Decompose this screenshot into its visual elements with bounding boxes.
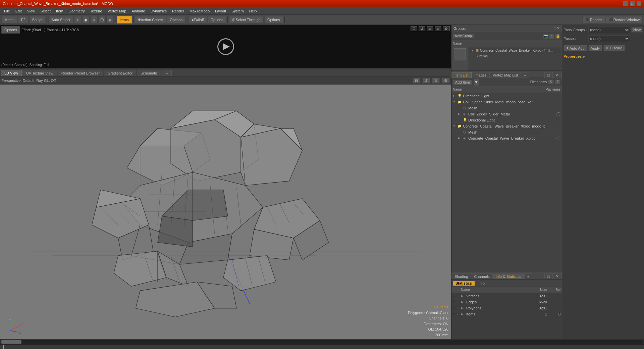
- group-item-main[interactable]: ▼ ⊞ Concrete_Coastal_Wave_Breaker_Xbloc …: [469, 48, 561, 53]
- list-item[interactable]: ▼ 📁 Coil_Zipper_Slider_Metal_modo_base.l…: [451, 99, 562, 105]
- maximize-button[interactable]: □: [630, 1, 635, 6]
- menu-maxtomodo[interactable]: MaxToModo: [187, 8, 212, 14]
- minimize-button[interactable]: ─: [623, 1, 628, 6]
- menu-item[interactable]: Item: [53, 8, 66, 14]
- mesh-type-btn-4[interactable]: ⬡: [98, 16, 106, 23]
- falloff-button[interactable]: ● Falloff: [189, 16, 207, 23]
- items-button[interactable]: Items: [117, 16, 132, 23]
- action-center-button[interactable]: ⊕ Action Center: [135, 16, 166, 23]
- group-camera-icon[interactable]: 📷: [543, 34, 548, 39]
- new-group-button[interactable]: New Group: [453, 34, 474, 39]
- group-lock-icon[interactable]: 🔒: [555, 34, 560, 39]
- preview-settings[interactable]: ⚙: [443, 26, 450, 31]
- groups-close-btn[interactable]: ✕: [557, 26, 560, 31]
- tab-stats-close[interactable]: ✕: [553, 273, 562, 279]
- 3d-viewport[interactable]: Perspective Default Ray GL: Off ⊡ ↺ ⊕ ⚙: [0, 77, 451, 339]
- tab-close-icon[interactable]: ✕: [553, 72, 562, 78]
- group-list-icon[interactable]: ≡: [549, 34, 554, 39]
- tab-render-preset-browser[interactable]: Render Preset Browser: [58, 70, 103, 76]
- render-button[interactable]: ⬛ Render: [582, 16, 605, 23]
- tab-add[interactable]: +: [162, 70, 171, 76]
- tab-channels[interactable]: Channels: [471, 273, 492, 279]
- h-scroll-thumb[interactable]: [1, 340, 21, 344]
- preview-zoom-out[interactable]: ⊖: [435, 26, 441, 31]
- tab-uv-texture-view[interactable]: UV Texture View: [22, 70, 57, 76]
- tab-add-stats[interactable]: +: [524, 273, 532, 279]
- sculpt-button[interactable]: Sculpt: [29, 16, 46, 23]
- list-item[interactable]: ▶ 💡 Directional Light: [451, 93, 562, 99]
- menu-geometry[interactable]: Geometry: [66, 8, 87, 14]
- mesh-type-btn-5[interactable]: ◈: [106, 16, 114, 23]
- tab-images[interactable]: Images: [472, 72, 490, 78]
- mesh-type-btn-1[interactable]: ▪: [74, 16, 82, 23]
- viewport-rotate-btn[interactable]: ↺: [422, 78, 430, 84]
- stat-row-items[interactable]: + - ▶ Items 1 0: [451, 311, 562, 317]
- h-scroll-track[interactable]: [1, 340, 643, 344]
- pass-groups-new-btn[interactable]: New: [631, 27, 643, 33]
- mesh-type-btn-2[interactable]: ◆: [82, 16, 90, 23]
- stat-row-edges[interactable]: + - ▶ Edges 6520 ...: [451, 299, 562, 305]
- menu-select[interactable]: Select: [38, 8, 53, 14]
- groups-expand-btn[interactable]: □: [554, 26, 556, 31]
- menu-file[interactable]: File: [1, 8, 13, 14]
- discard-button[interactable]: ✕ Discard: [603, 45, 625, 51]
- viewport-settings-btn[interactable]: ⚙: [442, 78, 450, 84]
- menu-view[interactable]: View: [24, 8, 38, 14]
- viewport-zoom-fit-btn[interactable]: ⊡: [413, 78, 420, 84]
- list-item[interactable]: ▶ ◈ Concrete_Coastal_Wave_Breaker_Xbloc …: [451, 135, 562, 141]
- close-button[interactable]: ✕: [637, 1, 641, 6]
- timeline-marker[interactable]: [3, 345, 4, 349]
- list-item[interactable]: ⬡ Mesh: [451, 129, 562, 135]
- menu-system[interactable]: System: [229, 8, 247, 14]
- menu-help[interactable]: Help: [247, 8, 260, 14]
- preview-zoom-fit[interactable]: ⊡: [411, 26, 417, 31]
- filter-s-btn[interactable]: S: [548, 80, 554, 85]
- render-window-button[interactable]: ⬛ Render Window: [606, 16, 643, 23]
- play-button[interactable]: [217, 38, 234, 55]
- apply-button[interactable]: Apply: [588, 45, 602, 51]
- viewport-zoom-btn[interactable]: ⊕: [432, 78, 440, 84]
- tab-info-statistics[interactable]: Info & Statistics: [493, 273, 524, 279]
- preview-options-btn[interactable]: Options: [1, 26, 20, 34]
- menu-layout[interactable]: Layout: [212, 8, 229, 14]
- add-item-dropdown[interactable]: ▼: [474, 79, 479, 86]
- list-item[interactable]: ▼ 📁 Concrete_Coastal_Wave_Breaker_Xbloc_…: [451, 123, 562, 129]
- list-item[interactable]: ▶ ◈ Coil_Zipper_Slider_Metal (2): [451, 111, 562, 117]
- list-item[interactable]: ⬡ Mesh: [451, 105, 562, 111]
- tab-item-list[interactable]: Item List: [451, 72, 472, 78]
- tab-3d-view[interactable]: 3D View: [1, 70, 22, 76]
- filter-f-btn[interactable]: F: [555, 80, 560, 85]
- menu-animate[interactable]: Animate: [129, 8, 148, 14]
- groups-icon-row: 📷 ≡ 🔒: [543, 34, 560, 39]
- menu-vertex-map[interactable]: Vertex Map: [105, 8, 129, 14]
- auto-add-button[interactable]: ✚ Auto Add: [564, 45, 587, 51]
- f2-button[interactable]: F2: [18, 16, 29, 23]
- action-options-button[interactable]: Options: [167, 16, 185, 23]
- stat-row-polygons[interactable]: + - ▶ Polygons 3291 ...: [451, 305, 562, 311]
- timeline-ruler[interactable]: 10 0 10 20 30 40 50 60 70 80 90 100 110 …: [0, 345, 644, 349]
- model-mode-button[interactable]: Model: [1, 16, 17, 23]
- select-through-button[interactable]: ◎ Select Through: [229, 16, 263, 23]
- preview-refresh[interactable]: ↺: [419, 26, 425, 31]
- menu-render[interactable]: Render: [169, 8, 187, 14]
- tab-expand-icon[interactable]: □: [544, 72, 553, 78]
- stat-row-vertices[interactable]: + - ▶ Vertices 3231 ...: [451, 293, 562, 299]
- auto-select-button[interactable]: Auto Select: [48, 16, 73, 23]
- pass-groups-select[interactable]: (none): [588, 27, 630, 33]
- menu-edit[interactable]: Edit: [13, 8, 24, 14]
- falloff-options-button[interactable]: Options: [208, 16, 226, 23]
- tab-stats-expand[interactable]: □: [544, 273, 553, 279]
- tab-schematic[interactable]: Schematic: [137, 70, 161, 76]
- menu-texture[interactable]: Texture: [88, 8, 105, 14]
- tab-shading[interactable]: Shading: [451, 273, 471, 279]
- menu-dynamics[interactable]: Dynamics: [148, 8, 169, 14]
- tab-add-panel[interactable]: +: [521, 72, 529, 78]
- tab-gradient-editor[interactable]: Gradient Editor: [104, 70, 136, 76]
- list-item[interactable]: 💡 Directional Light: [451, 117, 562, 123]
- add-item-button[interactable]: Add Item: [453, 80, 472, 85]
- select-through-options-button[interactable]: Options: [264, 16, 283, 23]
- tab-vertex-map-list[interactable]: Vertex Map List: [490, 72, 521, 78]
- mesh-type-btn-3[interactable]: ○: [90, 16, 98, 23]
- preview-zoom-in[interactable]: ⊕: [427, 26, 433, 31]
- passes-select[interactable]: (none): [588, 35, 630, 42]
